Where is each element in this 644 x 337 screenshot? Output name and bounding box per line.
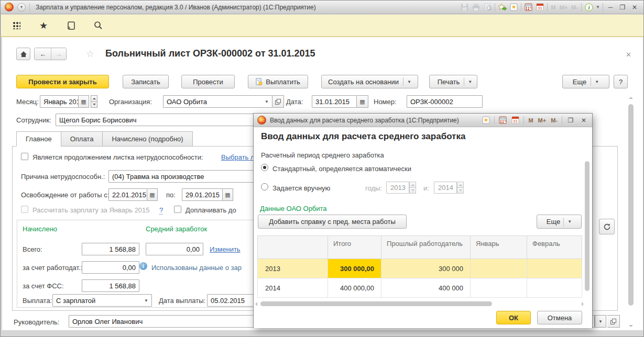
change-average-link[interactable]: Изменить [210, 245, 241, 253]
add-favorite-icon[interactable] [498, 3, 507, 12]
continuation-checkbox[interactable] [21, 153, 28, 160]
back-button[interactable]: ← [35, 48, 51, 60]
earnings-column-header[interactable] [258, 236, 328, 259]
average-field[interactable]: 0,00 [146, 243, 203, 255]
forward-button[interactable]: → [51, 48, 66, 60]
memory-m-plus-button[interactable]: M+ [559, 4, 569, 10]
memory-m-button[interactable]: M [528, 117, 533, 123]
dialog-vertical-scrollbar[interactable] [584, 156, 590, 308]
scrollbar-thumb[interactable] [628, 104, 634, 306]
radio-manual-period[interactable] [261, 183, 268, 190]
more-button[interactable]: Еще▼ [562, 75, 609, 88]
extra-pay-checkbox[interactable] [174, 206, 181, 213]
number-field[interactable]: ОРЗК-000002 [407, 95, 483, 108]
earnings-column-header[interactable]: Прошлый работодатель [381, 236, 471, 259]
calculator-icon[interactable] [498, 116, 507, 125]
date-field[interactable]: 31.01.2015 [312, 95, 357, 108]
print-icon[interactable] [472, 3, 481, 12]
tab-3[interactable]: Начислено (подробно) [102, 131, 192, 147]
year1-stepper[interactable] [409, 182, 416, 194]
favorites-list-icon[interactable] [482, 116, 490, 125]
ok-button[interactable]: ОК [496, 311, 531, 324]
calc-salary-help-link[interactable]: ? [159, 206, 163, 215]
release-to-field[interactable]: 29.01.2015 [182, 188, 223, 201]
scroll-left-icon[interactable] [255, 302, 257, 306]
chevron-down-icon[interactable]: ▼ [261, 99, 269, 104]
scrollbar-thumb[interactable] [260, 301, 492, 306]
cancel-button[interactable]: Отмена [537, 311, 582, 324]
favorites-star-icon[interactable]: ★ [38, 20, 49, 31]
earnings-cell[interactable] [527, 259, 582, 278]
earnings-cell[interactable]: 400 000,00 [328, 278, 381, 298]
memory-m-minus-button[interactable]: M- [571, 4, 578, 10]
info-dropdown-icon[interactable]: ▼ [596, 5, 600, 9]
save-icon[interactable] [460, 3, 469, 12]
horizontal-scrollbar[interactable] [257, 301, 582, 307]
home-button[interactable] [16, 48, 30, 60]
choose-sick-list-link[interactable]: Выбрать л [221, 153, 255, 161]
tab-2[interactable]: Оплата [61, 131, 103, 147]
post-and-close-button[interactable]: Провести и закрыть [16, 75, 109, 88]
date-calendar-icon[interactable]: ▦ [357, 95, 368, 108]
add-certificate-button[interactable]: Добавить справку с пред. места работы [258, 215, 407, 229]
refresh-button[interactable] [599, 219, 615, 234]
earnings-info-text[interactable]: Использованы данные о зар [151, 264, 242, 272]
earnings-cell[interactable]: 2014 [258, 278, 328, 298]
radio-standard-label[interactable]: Стандартный, определяется автоматически [272, 165, 411, 173]
pay-button[interactable]: Выплатить [248, 75, 308, 88]
release-from-field[interactable]: 22.01.2015 [108, 188, 147, 201]
close-button[interactable]: ✕ [630, 4, 639, 11]
dialog-maximize-button[interactable]: ❐ [566, 117, 575, 124]
memory-m-minus-button[interactable]: M- [550, 117, 558, 123]
minimize-button[interactable]: ─ [606, 4, 615, 11]
chevron-down-icon[interactable]: ▼ [141, 298, 148, 303]
manager-open-button[interactable] [607, 315, 620, 328]
earnings-cell[interactable]: 300 000 [381, 259, 471, 278]
year2-field[interactable]: 2014 [434, 182, 457, 194]
main-menu-dropdown-button[interactable]: ▼ [17, 3, 26, 12]
post-button[interactable]: Провести [181, 75, 235, 88]
vertical-scrollbar[interactable] [628, 96, 634, 328]
year2-stepper[interactable] [457, 182, 464, 194]
maximize-button[interactable]: ❐ [618, 4, 627, 11]
dialog-close-button[interactable]: ✕ [579, 117, 588, 124]
earnings-cell[interactable] [471, 278, 527, 298]
scroll-up-icon[interactable] [629, 97, 633, 99]
total-field[interactable]: 1 568,88 [82, 243, 139, 255]
release-to-calendar-icon[interactable]: ▦ [223, 188, 233, 201]
fss-field[interactable]: 1 568,88 [82, 279, 139, 292]
earnings-column-header[interactable]: Январь [471, 236, 527, 259]
scroll-right-icon[interactable] [582, 302, 584, 306]
earnings-column-header[interactable]: Итого [328, 236, 381, 259]
calculator-icon[interactable] [524, 3, 533, 12]
earnings-cell[interactable] [471, 259, 527, 278]
scroll-down-icon[interactable] [629, 325, 633, 327]
payment-select[interactable]: С зарплатой▼ [52, 294, 152, 307]
earnings-cell[interactable]: 400 000 [381, 278, 471, 298]
earnings-row[interactable]: 2014400 000,00400 000 [258, 278, 582, 298]
help-button[interactable]: ? [614, 75, 628, 88]
radio-manual-label[interactable]: Задается вручную [272, 184, 330, 192]
write-button[interactable]: Записать [123, 75, 169, 88]
release-from-calendar-icon[interactable]: ▦ [147, 188, 158, 201]
info-icon[interactable]: i [584, 3, 593, 12]
calendar-31-icon[interactable]: 31 [536, 3, 544, 12]
history-icon[interactable] [65, 20, 77, 31]
calc-salary-checkbox[interactable] [21, 206, 28, 213]
month-stepper[interactable] [91, 95, 97, 108]
earnings-cell[interactable]: 300 000,00 [328, 259, 381, 278]
favorite-star-icon[interactable]: ☆ [86, 49, 94, 59]
favorites-list-icon[interactable] [509, 3, 518, 12]
print-button[interactable]: Печать▼ [429, 75, 477, 88]
menu-grid-icon[interactable] [10, 20, 22, 31]
manager-dropdown-button[interactable]: ▼ [595, 315, 606, 328]
earnings-cell[interactable] [527, 278, 582, 298]
organization-field[interactable]: ОАО Орбита▼ [163, 95, 272, 108]
search-icon[interactable] [92, 20, 104, 31]
earnings-cell[interactable]: 2013 [258, 259, 328, 278]
dialog-more-button[interactable]: Еще▼ [537, 215, 582, 229]
radio-standard-period[interactable] [261, 164, 268, 171]
organization-open-button[interactable] [272, 95, 284, 108]
earnings-row[interactable]: 2013300 000,00300 000 [258, 259, 582, 278]
form-close-icon[interactable]: ✕ [626, 51, 631, 59]
